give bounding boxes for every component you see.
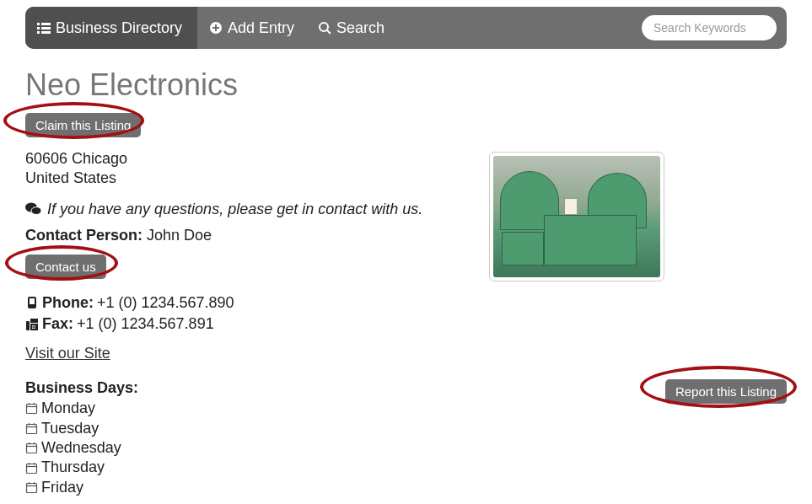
contact-person-name: John Doe: [143, 227, 212, 244]
business-days-label: Business Days:: [25, 379, 138, 397]
calendar-icon: [25, 422, 38, 435]
phone-value: +1 (0) 1234.567.890: [97, 292, 234, 314]
svg-rect-18: [32, 325, 34, 327]
search-input[interactable]: [642, 15, 777, 40]
listing-image-card: [489, 152, 664, 281]
phone-icon: [25, 296, 39, 309]
calendar-icon: [25, 462, 38, 475]
nav-add-label: Add Entry: [228, 19, 294, 37]
svg-rect-26: [27, 424, 37, 433]
svg-rect-0: [37, 23, 40, 25]
contact-hint-text: If you have any questions, please get in…: [47, 201, 422, 218]
contact-us-button[interactable]: Contact us: [25, 255, 106, 279]
nav-add-entry[interactable]: Add Entry: [197, 7, 306, 49]
svg-rect-15: [26, 321, 30, 330]
svg-rect-4: [37, 31, 40, 34]
contact-person-row: Contact Person: John Doe: [25, 227, 787, 244]
business-day-label: Monday: [41, 399, 95, 418]
business-day-label: Friday: [41, 478, 83, 497]
svg-rect-19: [35, 325, 36, 327]
svg-rect-17: [30, 324, 38, 330]
calendar-icon: [25, 402, 38, 415]
business-day-item: Thursday: [25, 458, 138, 477]
nav-search[interactable]: Search: [306, 7, 396, 49]
navbar: Business Directory Add Entry Search: [25, 7, 787, 49]
page-title: Neo Electronics: [25, 67, 787, 103]
svg-rect-3: [41, 27, 51, 29]
calendar-icon: [25, 442, 38, 454]
nav-brand-label: Business Directory: [56, 19, 182, 37]
svg-rect-5: [41, 31, 51, 34]
visit-site-link[interactable]: Visit our Site: [25, 345, 110, 362]
svg-rect-21: [35, 327, 36, 329]
address-block: 60606 Chicago United States: [25, 149, 787, 189]
svg-point-12: [31, 207, 41, 215]
comments-icon: [25, 201, 42, 217]
business-day-item: Friday: [25, 478, 138, 497]
svg-rect-1: [41, 23, 51, 25]
svg-rect-8: [212, 27, 219, 29]
listing-image: [493, 156, 660, 277]
plus-circle-icon: [209, 21, 223, 35]
business-day-label: Thursday: [41, 458, 105, 477]
phone-label: Phone:: [42, 292, 94, 314]
claim-listing-button[interactable]: Claim this Listing: [25, 113, 141, 137]
fax-icon: [25, 318, 39, 331]
contact-hint-row: If you have any questions, please get in…: [25, 201, 787, 218]
svg-rect-38: [27, 483, 37, 492]
search-icon: [318, 21, 331, 35]
phone-row: Phone: +1 (0) 1234.567.890: [25, 292, 787, 314]
business-day-item: Wednesday: [25, 438, 138, 458]
nav-search-label: Search: [336, 19, 384, 37]
svg-line-10: [327, 30, 331, 34]
svg-point-9: [320, 23, 328, 31]
fax-row: Fax: +1 (0) 1234.567.891: [25, 314, 787, 335]
business-day-item: Monday: [25, 399, 138, 418]
list-icon: [37, 21, 51, 35]
svg-rect-16: [30, 319, 38, 323]
nav-business-directory[interactable]: Business Directory: [25, 7, 197, 49]
business-day-label: Tuesday: [41, 419, 99, 438]
fax-label: Fax:: [42, 314, 73, 335]
address-line2: United States: [25, 169, 787, 188]
business-day-label: Wednesday: [41, 438, 121, 458]
svg-rect-14: [30, 298, 35, 304]
business-days-block: Business Days: Monday Tuesday Wednesday …: [25, 379, 138, 497]
address-line1: 60606 Chicago: [25, 149, 787, 169]
report-listing-button[interactable]: Report this Listing: [665, 379, 787, 404]
svg-rect-22: [27, 405, 37, 414]
svg-rect-30: [27, 444, 37, 453]
svg-rect-2: [37, 27, 40, 29]
business-day-item: Tuesday: [25, 419, 138, 438]
contact-person-label: Contact Person:: [25, 227, 143, 244]
calendar-icon: [25, 481, 38, 494]
svg-rect-34: [27, 464, 37, 473]
fax-value: +1 (0) 1234.567.891: [77, 314, 214, 335]
svg-rect-20: [32, 327, 34, 329]
